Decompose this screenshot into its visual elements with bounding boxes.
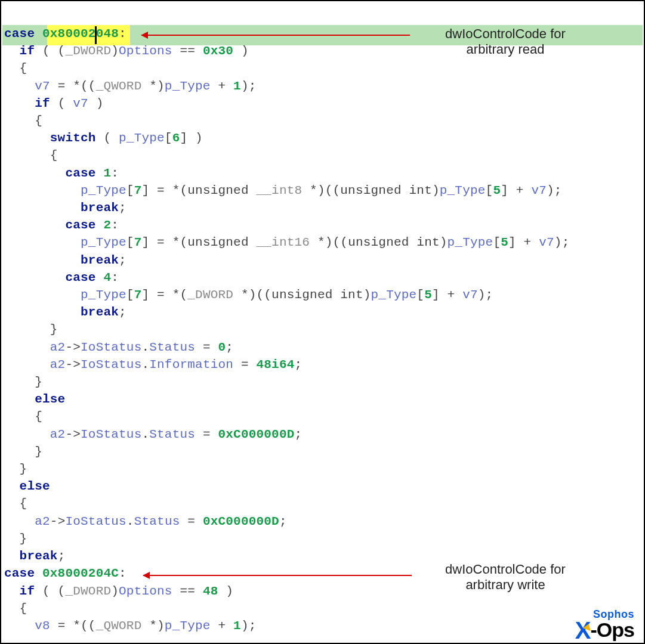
code-text: ) [233,44,249,58]
code-text [4,97,35,110]
code-text: break [81,253,119,267]
code-text [4,44,20,58]
code-text: 1 [233,79,241,93]
code-text [4,584,20,598]
code-text: = [180,515,202,528]
code-text: v7 [462,288,478,302]
code-text: v7 [35,79,50,93]
code-text: ); [554,236,570,249]
code-text: ); [478,288,493,302]
code-text: } [4,462,27,476]
arrow-icon [143,575,412,576]
code-text: if [20,44,35,58]
code-text: _DWORD [187,288,233,302]
code-text: p_Type [165,79,211,93]
code-text [4,271,65,284]
code-text: 1 [103,166,111,180]
code-text: __int8 [257,184,303,197]
code-text: break [20,549,58,563]
code-text: . [141,428,149,441]
code-text: 7 [134,288,142,302]
code-text: 48 [203,584,218,598]
code-text: ; [119,305,126,319]
code-text: = [195,340,218,354]
code-text: IoStatus [65,515,126,528]
code-text: 1 [233,619,241,633]
code-text: } [4,445,42,459]
code-text: ); [241,619,257,633]
code-text: { [4,61,27,75]
code-text [96,166,104,180]
code-text: ] = *(unsigned [141,236,256,249]
code-text: ) [111,44,119,58]
code-text: p_Type [371,288,417,302]
code-text: if [20,584,35,598]
code-text: a2 [50,358,66,371]
annotation-text: dwIoControlCode for [431,562,580,577]
code-text: ; [119,201,126,215]
code-text [4,305,81,319]
code-text: 5 [501,236,508,249]
code-text: ; [119,253,126,267]
code-text: } [4,532,27,546]
code-text: . [141,340,149,354]
code-text: -> [65,340,81,354]
code-text: _DWORD [65,584,111,598]
code-text: if [35,97,50,110]
code-text: a2 [50,428,66,441]
annotation-text: arbitrary read [431,42,580,57]
code-text: p_Type [119,131,165,145]
code-block: case 0x80002048: if ( (_DWORD)Options ==… [4,25,641,634]
code-text: ) [111,584,119,598]
code-text: *)((unsigned int) [310,236,447,249]
code-text: : [111,271,119,284]
code-text: v7 [531,184,547,197]
code-text [4,79,35,93]
code-text: = [233,358,256,371]
annotation-read: dwIoControlCode for arbitrary read [431,26,580,57]
code-text: __int16 [257,236,310,249]
code-text: } [4,323,58,336]
code-text [4,392,35,406]
code-text: Options [119,584,172,598]
code-text: 0x8000204C [42,566,119,580]
code-text: v7 [539,236,554,249]
code-text: 0xC000000D [203,515,279,528]
code-text [4,479,20,493]
code-text: [ [486,184,493,197]
code-text: switch [50,131,96,145]
code-text [4,340,50,354]
code-text: a2 [50,340,66,354]
code-text [4,549,20,563]
code-text [4,184,81,197]
code-text: { [4,602,27,615]
code-text: ; [295,358,303,371]
code-text: ] + [508,236,539,249]
code-text: } [4,375,42,389]
code-text: ( [50,97,73,110]
code-text [4,428,50,441]
code-text: ; [226,340,233,354]
logo-ops: -Ops [591,618,634,641]
code-text: Status [149,340,195,354]
annotation-write: dwIoControlCode for arbitrary write [431,562,580,593]
code-text: { [4,148,58,162]
code-text: . [126,515,134,528]
code-text: { [4,114,42,128]
code-text: Information [149,358,233,371]
code-text: 2 [103,218,111,232]
code-text: : [119,27,126,41]
code-text: : [111,218,119,232]
code-text: p_Type [81,184,126,197]
code-text [96,218,104,232]
code-text: IoStatus [81,340,141,354]
code-text [4,218,65,232]
code-text: Options [119,44,172,58]
code-text: -> [65,358,81,371]
code-text: 0x30 [203,44,233,58]
sophos-xops-logo: Sophos X-Ops [575,608,634,639]
code-text: v7 [73,97,88,110]
code-text [4,236,81,249]
code-text: 48i64 [257,358,295,371]
code-text: 5 [493,184,501,197]
